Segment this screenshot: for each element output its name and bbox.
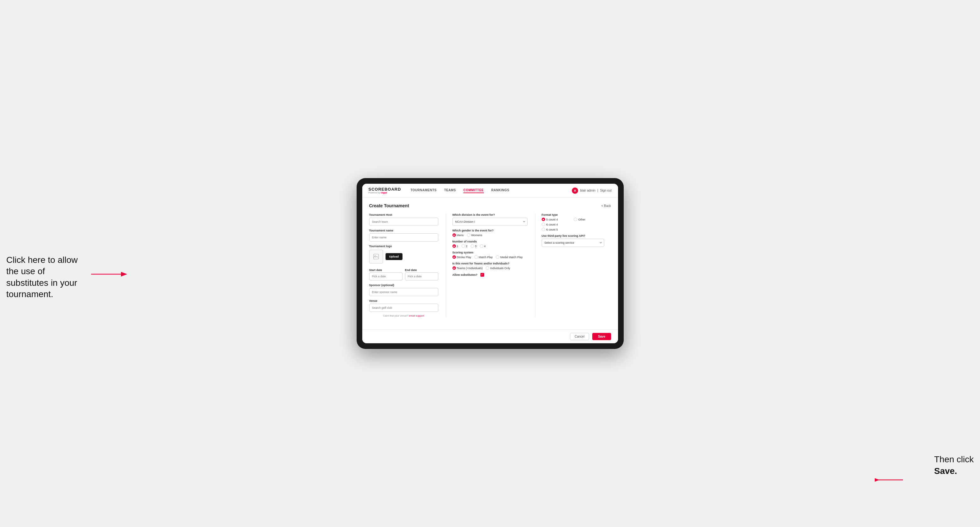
date-group: Start date End date [369, 267, 438, 281]
format-6count5-label: 6 count 5 [546, 228, 558, 231]
venue-input[interactable] [369, 304, 438, 312]
scoring-match-radio [474, 256, 478, 259]
content-header: Create Tournament < Back [369, 203, 611, 208]
scoring-api-label: Use third-party live scoring API? [542, 234, 604, 237]
separator: | [597, 189, 598, 192]
rounds-radio-group: 1 2 3 4 [452, 244, 528, 248]
sponsor-input[interactable] [369, 288, 438, 296]
tournament-logo-label: Tournament logo [369, 244, 438, 248]
format-empty1 [574, 223, 604, 226]
event-type-group: Is this event for Teams and/or Individua… [452, 262, 528, 270]
end-date-label: End date [405, 268, 417, 271]
event-type-radio-group: Teams (+Individuals) Individuals Only [452, 266, 528, 270]
end-date-input[interactable] [405, 272, 438, 281]
scoring-medal-radio [496, 256, 499, 259]
event-teams-radio [452, 266, 456, 270]
back-button[interactable]: < Back [601, 204, 611, 208]
gender-womens[interactable]: Womens [467, 233, 482, 237]
logo-title: SCOREBOARD [369, 187, 401, 191]
rounds-4[interactable]: 4 [480, 244, 486, 248]
venue-group: Venue Can't find your venue? email suppo… [369, 299, 438, 317]
format-other[interactable]: Other [574, 217, 604, 221]
format-group: Format type 5 count 4 Other [542, 213, 604, 231]
scoring-api-group: Use third-party live scoring API? Select… [542, 234, 604, 247]
footer-bar: Cancel Save [362, 329, 618, 343]
start-date-group: Start date [369, 267, 402, 281]
format-other-radio [574, 217, 577, 221]
form-col-1: Tournament Host Tournament name Tourname… [369, 213, 438, 317]
nav-user: B blair admin | Sign out [572, 187, 611, 194]
rounds-4-label: 4 [484, 244, 486, 248]
format-6count4-label: 6 count 4 [546, 223, 558, 226]
scoring-group: Scoring system Stroke Play Match Play [452, 251, 528, 259]
rounds-1-label: 1 [457, 244, 458, 248]
gender-mens[interactable]: Mens [452, 233, 464, 237]
rounds-2-radio [461, 244, 465, 248]
upload-button[interactable]: Upload [385, 253, 403, 260]
event-individuals-radio [486, 266, 489, 270]
substitutes-group: Allow substitutes? [452, 273, 528, 277]
date-row: Start date End date [369, 267, 438, 281]
format-options-grid: 5 count 4 Other 6 count 4 [542, 217, 604, 231]
nav-tournaments[interactable]: TOURNAMENTS [410, 188, 436, 193]
start-date-label: Start date [369, 268, 382, 271]
nav-bar: SCOREBOARD Powered by clippd TOURNAMENTS… [362, 184, 618, 198]
scoring-match[interactable]: Match Play [474, 256, 493, 259]
format-5count4[interactable]: 5 count 4 [542, 217, 572, 221]
format-5count4-label: 5 count 4 [546, 218, 558, 221]
start-date-input[interactable] [369, 272, 402, 281]
tournament-logo-group: Tournament logo Upload [369, 244, 438, 264]
substitutes-checkbox[interactable] [480, 273, 484, 277]
nav-rankings[interactable]: RANKINGS [492, 188, 509, 193]
arrow-right-icon [875, 475, 906, 484]
nav-committee[interactable]: COMMITTEE [463, 188, 484, 193]
event-individuals[interactable]: Individuals Only [486, 266, 510, 270]
logo-upload-area: Upload [369, 250, 438, 264]
venue-email-link[interactable]: email support [409, 314, 424, 317]
form-col-3: Format type 5 count 4 Other [535, 213, 604, 317]
rounds-1[interactable]: 1 [452, 244, 458, 248]
rounds-3-label: 3 [475, 244, 477, 248]
rounds-2[interactable]: 2 [461, 244, 468, 248]
scoring-radio-group: Stroke Play Match Play Medal Match Play [452, 256, 528, 259]
cancel-button[interactable]: Cancel [570, 333, 589, 340]
event-individuals-label: Individuals Only [490, 267, 510, 270]
image-icon [373, 254, 379, 259]
scoring-api-select[interactable]: Select a scoring service [542, 239, 604, 247]
tournament-host-label: Tournament Host [369, 213, 438, 216]
annotation-left: Click here to allow the use of substitut… [6, 254, 82, 300]
save-button[interactable]: Save [592, 333, 611, 340]
tournament-host-group: Tournament Host [369, 213, 438, 226]
sponsor-label: Sponsor (optional) [369, 284, 438, 287]
gender-label: Which gender is the event for? [452, 229, 528, 232]
rounds-label: Number of rounds [452, 240, 528, 243]
scoring-medal[interactable]: Medal Match Play [496, 256, 523, 259]
content-area: Create Tournament < Back Tournament Host… [362, 198, 618, 329]
tournament-name-input[interactable] [369, 233, 438, 241]
gender-mens-radio [452, 233, 456, 237]
arrow-left-icon [91, 268, 129, 281]
rounds-3-radio [471, 244, 474, 248]
event-teams[interactable]: Teams (+Individuals) [452, 266, 483, 270]
scoring-medal-label: Medal Match Play [500, 256, 523, 259]
tablet-frame: SCOREBOARD Powered by clippd TOURNAMENTS… [356, 178, 624, 349]
division-label: Which division is the event for? [452, 213, 528, 216]
logo-subtitle: Powered by clippd [369, 192, 401, 194]
format-6count4-radio [542, 223, 545, 226]
substitutes-checkbox-item[interactable]: Allow substitutes? [452, 273, 528, 277]
gender-radio-group: Mens Womens [452, 233, 528, 237]
nav-links: TOURNAMENTS TEAMS COMMITTEE RANKINGS [410, 188, 572, 193]
format-6count4[interactable]: 6 count 4 [542, 223, 572, 226]
nav-teams[interactable]: TEAMS [444, 188, 456, 193]
format-other-label: Other [578, 218, 585, 221]
tournament-name-label: Tournament name [369, 229, 438, 232]
annotation-right: Then click Save. [934, 454, 974, 477]
sign-out-link[interactable]: Sign out [600, 189, 612, 192]
rounds-3[interactable]: 3 [471, 244, 477, 248]
division-select[interactable]: NCAA Division I [452, 217, 528, 226]
nav-logo: SCOREBOARD Powered by clippd [369, 187, 401, 194]
tournament-host-input[interactable] [369, 217, 438, 226]
format-6count5[interactable]: 6 count 5 [542, 228, 572, 231]
substitutes-label: Allow substitutes? [452, 273, 477, 276]
scoring-stroke[interactable]: Stroke Play [452, 256, 471, 259]
